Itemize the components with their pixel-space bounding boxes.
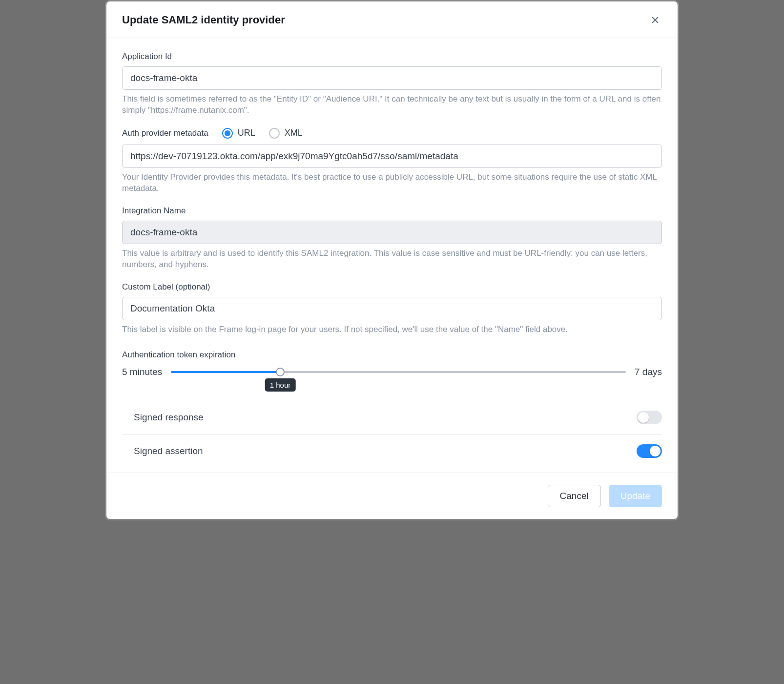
integration-name-help: This value is arbitrary and is used to i… bbox=[122, 248, 662, 270]
signed-response-label: Signed response bbox=[134, 412, 204, 423]
metadata-help: Your Identity Provider provides this met… bbox=[122, 172, 662, 194]
custom-label-label: Custom Label (optional) bbox=[122, 282, 662, 292]
metadata-label: Auth provider metadata bbox=[122, 128, 208, 138]
metadata-url-radio-label: URL bbox=[238, 128, 255, 138]
custom-label-help: This label is visible on the Frame log-i… bbox=[122, 324, 662, 335]
metadata-url-radio[interactable]: URL bbox=[222, 128, 255, 139]
slider-max-label: 7 days bbox=[635, 367, 662, 377]
token-expiration-group: Authentication token expiration 5 minute… bbox=[122, 350, 662, 379]
signed-response-toggle[interactable] bbox=[637, 411, 662, 424]
toggle-knob bbox=[638, 412, 649, 423]
integration-name-label: Integration Name bbox=[122, 206, 662, 216]
modal-title: Update SAML2 identity provider bbox=[122, 14, 285, 26]
signed-assertion-toggle[interactable] bbox=[637, 444, 662, 458]
close-icon[interactable] bbox=[648, 13, 662, 27]
toggle-knob bbox=[650, 446, 660, 456]
radio-unchecked-icon bbox=[269, 128, 280, 139]
application-id-help: This field is sometimes referred to as t… bbox=[122, 94, 662, 116]
modal: Update SAML2 identity provider Applicati… bbox=[105, 0, 679, 520]
radio-checked-icon bbox=[222, 128, 233, 139]
slider-fill bbox=[171, 371, 280, 373]
update-button[interactable]: Update bbox=[609, 485, 662, 507]
toggle-section: Signed response Signed assertion bbox=[122, 401, 662, 468]
application-id-group: Application Id This field is sometimes r… bbox=[122, 52, 662, 116]
metadata-type-row: Auth provider metadata URL XML bbox=[122, 128, 662, 139]
modal-footer: Cancel Update bbox=[106, 473, 678, 519]
signed-assertion-row: Signed assertion bbox=[122, 435, 662, 468]
application-id-label: Application Id bbox=[122, 52, 662, 62]
metadata-xml-radio[interactable]: XML bbox=[269, 128, 303, 139]
modal-body: Application Id This field is sometimes r… bbox=[106, 38, 678, 473]
integration-name-input bbox=[122, 221, 662, 244]
signed-response-row: Signed response bbox=[122, 401, 662, 435]
slider-min-label: 5 minutes bbox=[122, 367, 162, 377]
custom-label-input[interactable] bbox=[122, 297, 662, 320]
slider-value-tooltip: 1 hour bbox=[265, 378, 296, 392]
signed-assertion-label: Signed assertion bbox=[134, 446, 203, 456]
modal-header: Update SAML2 identity provider bbox=[106, 1, 678, 38]
cancel-button[interactable]: Cancel bbox=[548, 485, 601, 507]
token-expiration-slider[interactable]: 1 hour bbox=[171, 365, 626, 379]
metadata-group: Auth provider metadata URL XML Your Iden… bbox=[122, 128, 662, 194]
metadata-xml-radio-label: XML bbox=[285, 128, 303, 138]
custom-label-group: Custom Label (optional) This label is vi… bbox=[122, 282, 662, 335]
application-id-input[interactable] bbox=[122, 66, 662, 90]
metadata-url-input[interactable] bbox=[122, 145, 662, 168]
token-expiration-slider-row: 5 minutes 1 hour 7 days bbox=[122, 365, 662, 379]
token-expiration-label: Authentication token expiration bbox=[122, 350, 662, 360]
integration-name-group: Integration Name This value is arbitrary… bbox=[122, 206, 662, 270]
slider-thumb[interactable] bbox=[276, 368, 285, 376]
